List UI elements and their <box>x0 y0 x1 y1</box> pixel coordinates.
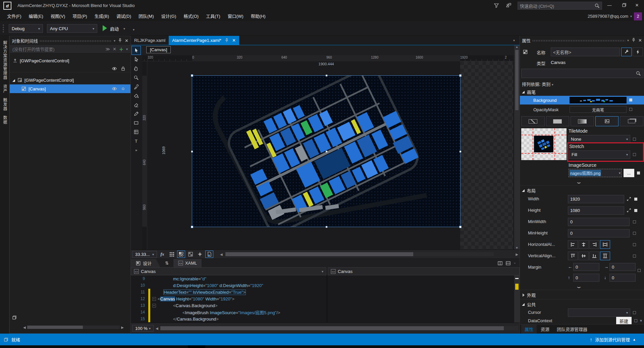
panel-menu-chevron-icon[interactable]: ▾ <box>627 39 629 42</box>
section-appearance[interactable]: 外观 <box>523 292 536 298</box>
datacontext-new-button[interactable]: 新建 <box>616 317 632 325</box>
section-layout[interactable]: 布局 <box>522 187 536 194</box>
nine-slice-guide[interactable] <box>521 153 567 154</box>
feedback-icon[interactable] <box>506 3 511 8</box>
effects-fx-button[interactable]: fx <box>158 251 166 258</box>
panel-tab[interactable]: 资源 <box>537 325 553 334</box>
width-input[interactable]: 1920 <box>568 195 624 203</box>
menu-item[interactable]: 设计(G) <box>158 11 180 21</box>
panel-scroll-down-icon[interactable]: ▼ <box>639 319 643 323</box>
start-button[interactable]: 启动 <box>110 25 119 32</box>
objects-hscrollbar[interactable]: ◀ ▶ <box>23 325 124 330</box>
solid-brush-tab[interactable] <box>546 116 570 126</box>
selection-handle[interactable] <box>459 74 462 77</box>
nine-slice-guide[interactable] <box>554 128 555 160</box>
pin-icon[interactable] <box>117 38 123 43</box>
avatar[interactable]: 2 <box>634 12 642 20</box>
panel-menu-chevron-icon[interactable]: ▾ <box>114 39 115 43</box>
account-chevron-icon[interactable]: ▾ <box>630 14 632 18</box>
eye-icon[interactable] <box>112 86 117 91</box>
eye-icon[interactable] <box>112 66 117 71</box>
tab-xaml[interactable]: <> XAML <box>173 259 202 268</box>
restore-button[interactable] <box>619 0 630 10</box>
vertical-alignment-marker[interactable] <box>633 255 636 258</box>
menu-item[interactable]: 编辑(E) <box>25 11 47 21</box>
imagesource-input[interactable]: nages/底图5.png ▾ <box>569 169 622 177</box>
selection-handle[interactable] <box>191 226 193 228</box>
section-common[interactable]: 公共 <box>522 301 536 307</box>
code-line[interactable]: 13−<Canvas.Background> <box>131 302 326 309</box>
tool-window-tab[interactable]: 解决方案资源管理器 <box>2 41 8 80</box>
brush-preview[interactable] <box>521 128 567 160</box>
menu-item[interactable]: 视图(V) <box>47 11 69 21</box>
xaml-breadcrumb-right[interactable]: <> Canvas <box>328 267 520 275</box>
nine-slice-guide[interactable] <box>521 135 567 135</box>
tool-window-tab[interactable]: 数据 <box>2 116 8 124</box>
direct-selection-tool[interactable] <box>131 55 141 64</box>
imagesource-marker[interactable] <box>637 171 640 175</box>
properties-mode-button[interactable] <box>621 48 632 56</box>
tool-window-tab[interactable]: 资产 <box>2 84 8 93</box>
unlock-icon[interactable] <box>120 86 126 91</box>
zoom-level-dropdown[interactable]: 33.33...▾ <box>132 251 157 258</box>
events-mode-button[interactable] <box>633 48 643 56</box>
background-brush-swatch[interactable] <box>570 97 627 103</box>
horizontal-alignment-marker[interactable] <box>633 243 636 246</box>
selection-edge-handle[interactable] <box>326 226 327 228</box>
storyboard-picker[interactable]: (没有打开的情节提要) ≫ ✕ ＋ ▾ <box>10 45 130 54</box>
margin-bottom-input[interactable]: 0 <box>609 274 636 282</box>
panel-close-icon[interactable]: ✕ <box>125 38 128 43</box>
minimize-button[interactable]: — <box>604 0 615 10</box>
storyboard-close-icon[interactable]: ✕ <box>113 47 116 52</box>
height-marker[interactable] <box>634 209 637 212</box>
cursor-dropdown[interactable]: ▾ <box>568 308 630 317</box>
quick-launch-search[interactable]: 快速启动 (Ctrl+Q) <box>518 2 602 10</box>
tilemode-marker[interactable] <box>633 138 636 141</box>
stretch-dropdown[interactable]: Fill▾ <box>569 150 630 159</box>
paint-bucket-tool[interactable] <box>131 91 141 100</box>
width-marker[interactable] <box>634 198 637 201</box>
zoom-tool[interactable] <box>131 73 141 82</box>
code-zoom-dropdown[interactable]: 100 %▾ <box>132 325 154 332</box>
vertical-alignment-al-middle[interactable] <box>579 252 589 260</box>
hscroll-right-arrow[interactable]: ▶ <box>516 253 518 256</box>
margin-top-input[interactable]: 0 <box>573 274 599 282</box>
xaml-vscrollbar[interactable] <box>514 275 520 323</box>
code-hscrollbar[interactable] <box>160 326 518 330</box>
selection-center-handle[interactable] <box>326 151 327 152</box>
margin-right-input[interactable]: 0 <box>609 263 636 271</box>
grid-overlay-button[interactable] <box>186 251 195 258</box>
show-grid-button[interactable] <box>168 251 176 258</box>
eyedropper-tool[interactable] <box>131 82 141 91</box>
gradient-brush-tab[interactable] <box>571 116 594 126</box>
notifications-funnel-icon[interactable] <box>494 3 499 8</box>
document-list-chevron-icon[interactable]: ▾ <box>513 39 515 42</box>
margin-marker[interactable] <box>638 269 641 272</box>
xaml-code-editor[interactable]: 9mc:Ignorable="d"10d:DesignHeight="1080"… <box>131 275 326 323</box>
vertical-alignment-al-bottom[interactable] <box>589 252 599 260</box>
snap-to-grid-button[interactable] <box>177 251 185 258</box>
swap-views-icon[interactable]: ⇅ <box>160 261 173 266</box>
code-line[interactable]: 9mc:Ignorable="d" <box>131 275 326 282</box>
lock-icon[interactable] <box>120 66 126 71</box>
snap-to-snaplines-button[interactable] <box>196 251 204 258</box>
text-tool[interactable]: T <box>131 136 141 145</box>
menu-item[interactable]: 团队(M) <box>135 11 158 21</box>
horizontal-alignment-al-right[interactable] <box>589 240 599 249</box>
selection-edge-handle[interactable] <box>191 151 193 152</box>
eraser-tool[interactable] <box>131 100 141 109</box>
brush-more-chevron-icon[interactable]: ⌄ <box>575 179 582 185</box>
menu-item[interactable]: 生成(B) <box>91 11 113 21</box>
background-property-marker[interactable] <box>629 98 632 101</box>
arrange-by-dropdown[interactable]: 排列依据: 类别 ▾ <box>522 81 553 87</box>
horizontal-alignment-al-left[interactable] <box>568 240 578 249</box>
opacitymask-property-marker[interactable] <box>629 108 632 111</box>
tree-item[interactable]: ◢[GWPageContentControl] <box>10 76 130 84</box>
toolbar-grip[interactable] <box>3 24 4 32</box>
code-line[interactable]: 11HeaderText="" IsViewboxEnabled="True"> <box>131 289 326 295</box>
menu-item[interactable]: 调试(D) <box>113 11 135 21</box>
more-tools[interactable]: » <box>131 145 141 154</box>
code-line[interactable]: 15</Canvas.Background> <box>131 316 326 322</box>
artboard-canvas[interactable] <box>192 76 460 227</box>
vertical-alignment-al-stretch-v[interactable] <box>600 252 610 260</box>
